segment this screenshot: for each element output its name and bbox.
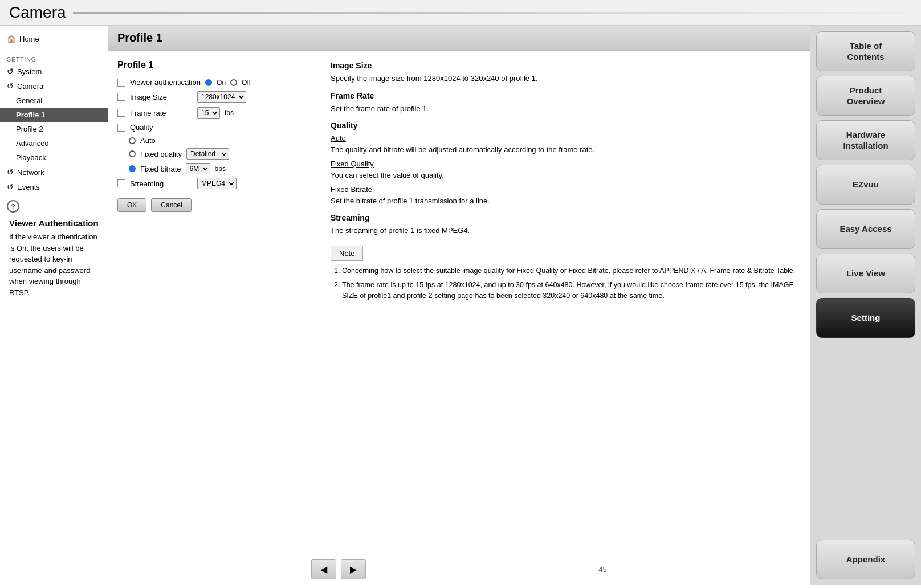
sidebar-label-advanced: Advanced (16, 139, 49, 148)
quality-fixed-bitrate-label: Fixed bitrate (140, 165, 181, 173)
network-icon: ↺ (7, 168, 14, 177)
frame-rate-select[interactable]: 15 30 10 (197, 107, 220, 119)
nav-btn-easy-access[interactable]: Easy Access (816, 209, 915, 249)
viewer-auth-text: If the viewer authentication is On, the … (9, 231, 99, 298)
form-panel: Profile 1 Viewer authentication On Off I… (108, 51, 319, 553)
title-bar-line (73, 12, 912, 14)
viewer-auth-section: Viewer Authentication If the viewer auth… (0, 218, 108, 304)
sidebar-item-advanced[interactable]: Advanced (0, 136, 108, 150)
viewer-auth-off-label: Off (242, 79, 251, 87)
quality-fixed-quality-radio[interactable] (129, 150, 136, 157)
sidebar-label-camera: Camera (17, 82, 43, 91)
frame-rate-checkbox[interactable] (117, 109, 125, 117)
sidebar-item-profile2[interactable]: Profile 2 (0, 122, 108, 136)
quality-label: Quality (130, 123, 193, 132)
image-size-checkbox[interactable] (117, 93, 125, 101)
next-button[interactable]: ▶ (341, 559, 366, 579)
nav-btn-live-view[interactable]: Live View (816, 254, 915, 293)
quality-fixed-bitrate-radio[interactable] (129, 165, 136, 172)
streaming-checkbox[interactable] (117, 179, 125, 187)
viewer-auth-row: Viewer authentication On Off (117, 78, 309, 87)
sidebar-item-camera[interactable]: ↺ Camera (0, 79, 108, 93)
camera-icon: ↺ (7, 81, 14, 91)
nav-btn-table-of-contents[interactable]: Table of Contents (816, 31, 915, 71)
fixed-quality-select[interactable]: Detailed Standard Good (186, 148, 229, 160)
help-image-size-text: Specify the image size from 1280x1024 to… (331, 73, 798, 84)
sidebar: 🏠 Home SETTING ↺ System ↺ Camera General… (0, 26, 108, 585)
viewer-auth-on-label: On (217, 79, 226, 87)
sidebar-label-profile1: Profile 1 (16, 111, 45, 119)
note-box: Note (331, 246, 363, 262)
viewer-auth-title: Viewer Authentication (9, 218, 99, 228)
cancel-button[interactable]: Cancel (151, 198, 191, 212)
viewer-auth-off-radio[interactable] (230, 79, 237, 86)
profile-header: Profile 1 (108, 26, 810, 51)
help-quality-auto-heading: Auto (331, 133, 798, 144)
quality-row: Quality (117, 123, 309, 132)
fixed-bitrate-select[interactable]: 6M 4M 2M 1M (186, 163, 210, 174)
quality-auto-row: Auto (129, 136, 309, 145)
sidebar-label-system: System (17, 67, 42, 76)
help-fixed-quality-heading: Fixed Quality (331, 158, 798, 170)
streaming-label: Streaming (130, 179, 193, 188)
note-item-2: The frame rate is up to 15 fps at 1280x1… (342, 280, 798, 301)
notes-list: Concerning how to select the suitable im… (342, 266, 798, 301)
nav-btn-ezvuu[interactable]: EZvuu (816, 165, 915, 205)
nav-btn-setting[interactable]: Setting (816, 298, 915, 338)
help-streaming-text: The streaming of profile 1 is fixed MPEG… (331, 225, 798, 236)
sidebar-label-profile2: Profile 2 (16, 125, 43, 133)
bps-unit: bps (215, 165, 226, 173)
help-fixed-quality-text: You can select the value of quality. (331, 170, 798, 181)
sidebar-label-general: General (16, 96, 42, 105)
help-image-size-title: Image Size (331, 60, 798, 72)
image-size-row: Image Size 1280x1024 640x480 320x240 (117, 91, 309, 103)
right-nav: Table of Contents Product Overview Hardw… (810, 26, 921, 585)
sidebar-item-events[interactable]: ↺ Events (0, 179, 108, 194)
viewer-auth-field-label: Viewer authentication (130, 78, 201, 87)
main-layout: 🏠 Home SETTING ↺ System ↺ Camera General… (0, 26, 921, 585)
help-icon[interactable]: ? (7, 200, 19, 213)
quality-auto-label: Auto (140, 136, 156, 145)
bottom-nav: ◀ ▶ 45 (108, 553, 810, 585)
sidebar-label-network: Network (17, 168, 44, 177)
viewer-auth-on-radio[interactable] (205, 79, 212, 86)
sidebar-home[interactable]: 🏠 Home (0, 31, 108, 47)
page-number: 45 (598, 565, 606, 574)
fps-unit: fps (225, 109, 234, 117)
quality-fixed-quality-row: Fixed quality Detailed Standard Good (129, 148, 309, 160)
sidebar-label-playback: Playback (16, 153, 46, 162)
image-size-select[interactable]: 1280x1024 640x480 320x240 (197, 91, 246, 103)
help-streaming-title: Streaming (331, 212, 798, 224)
system-icon: ↺ (7, 67, 14, 76)
nav-btn-product-overview[interactable]: Product Overview (816, 76, 915, 116)
page-title: Camera (9, 3, 66, 22)
sidebar-item-network[interactable]: ↺ Network (0, 165, 108, 179)
sidebar-item-general[interactable]: General (0, 93, 108, 108)
center-content: Profile 1 Profile 1 Viewer authenticatio… (108, 26, 810, 585)
note-item-1: Concerning how to select the suitable im… (342, 266, 798, 276)
sidebar-section-label: SETTING (0, 54, 108, 64)
prev-button[interactable]: ◀ (311, 559, 336, 579)
nav-btn-hardware-installation[interactable]: Hardware Installation (816, 120, 915, 160)
sidebar-item-system[interactable]: ↺ System (0, 64, 108, 79)
quality-checkbox[interactable] (117, 124, 125, 132)
help-quality-auto-text: The quality and bitrate will be adjusted… (331, 144, 798, 156)
streaming-select[interactable]: MPEG4 H.264 (197, 178, 237, 189)
help-fixed-bitrate-text: Set the bitrate of profile 1 transmissio… (331, 195, 798, 207)
frame-rate-label: Frame rate (130, 109, 193, 117)
ok-button[interactable]: OK (117, 198, 146, 212)
sidebar-item-playback[interactable]: Playback (0, 150, 108, 165)
quality-fixed-quality-label: Fixed quality (140, 150, 182, 158)
quality-fixed-bitrate-row: Fixed bitrate 6M 4M 2M 1M bps (129, 163, 309, 174)
home-icon: 🏠 (7, 35, 16, 43)
image-size-label: Image Size (130, 93, 193, 101)
content-split: Profile 1 Viewer authentication On Off I… (108, 51, 810, 553)
form-title: Profile 1 (117, 60, 309, 70)
title-bar: Camera (0, 0, 921, 26)
quality-options: Auto Fixed quality Detailed Standard Goo… (117, 136, 309, 174)
form-buttons: OK Cancel (117, 198, 309, 212)
quality-auto-radio[interactable] (129, 137, 136, 144)
sidebar-item-profile1[interactable]: Profile 1 (0, 108, 108, 122)
viewer-auth-checkbox[interactable] (117, 79, 125, 87)
nav-btn-appendix[interactable]: Appendix (816, 540, 915, 579)
